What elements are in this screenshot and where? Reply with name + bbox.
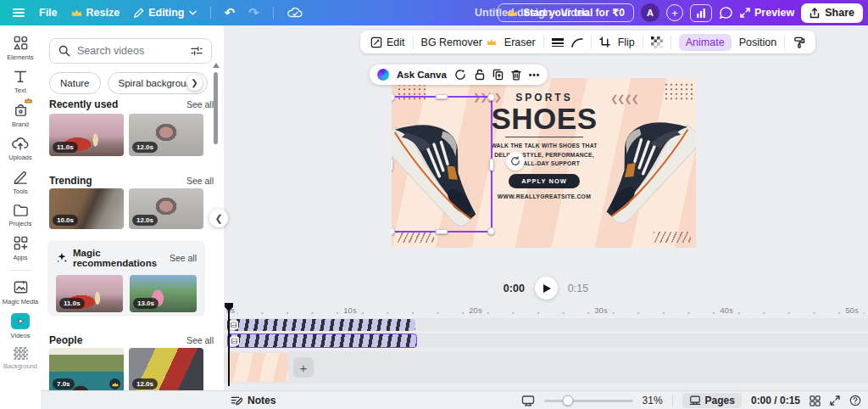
video-thumbnail[interactable]: 7.0s xyxy=(49,348,124,393)
panel-scrollbar[interactable] xyxy=(214,72,218,144)
fit-screen-icon[interactable] xyxy=(521,395,535,406)
timeline-ruler[interactable]: 0s 10s 20s 30s 40s 50s xyxy=(224,305,868,317)
sidebar-item-apps[interactable]: Apps xyxy=(0,235,41,261)
divider xyxy=(784,36,785,49)
timeline-clip-1[interactable] xyxy=(227,319,415,331)
resize-handle-w[interactable] xyxy=(392,158,393,171)
avatar[interactable]: A xyxy=(641,3,659,22)
edit-button[interactable]: Edit xyxy=(370,36,405,48)
zoom-slider[interactable] xyxy=(544,400,633,402)
resize-handle-se[interactable] xyxy=(487,227,495,235)
see-all-link[interactable]: See all xyxy=(186,335,214,345)
share-button[interactable]: Share xyxy=(801,3,863,23)
notes-button[interactable]: Notes xyxy=(231,391,275,409)
shoe-image-right[interactable] xyxy=(593,97,691,226)
sidebar-item-videos[interactable]: Videos xyxy=(0,313,41,339)
menu-icon[interactable] xyxy=(12,6,25,20)
resize-handle-s[interactable] xyxy=(435,229,448,234)
divider xyxy=(643,36,643,49)
chips-scroll-right-button[interactable]: ❯ xyxy=(186,75,203,91)
see-all-link[interactable]: See all xyxy=(186,99,214,109)
sidebar-item-background[interactable]: Background xyxy=(0,347,41,370)
trial-button[interactable]: Start your trial for ₹0 xyxy=(498,3,634,22)
transparency-button[interactable] xyxy=(651,36,663,48)
crop-icon xyxy=(599,36,610,48)
search-input[interactable] xyxy=(77,45,184,57)
page-thumbnail[interactable] xyxy=(227,353,288,382)
resize-button[interactable]: Resize xyxy=(71,7,120,19)
sidebar-item-projects[interactable]: Projects xyxy=(0,203,41,227)
play-button[interactable] xyxy=(535,277,558,300)
sidebar-item-brand[interactable]: Brand xyxy=(0,102,41,128)
video-thumbnail[interactable]: 12.0s xyxy=(129,188,203,229)
resize-handle-nw[interactable] xyxy=(392,93,395,101)
regenerate-icon[interactable] xyxy=(454,69,467,81)
add-member-button[interactable]: + xyxy=(666,4,683,21)
file-menu[interactable]: File xyxy=(39,7,58,19)
search-box[interactable] xyxy=(49,38,212,64)
video-thumbnail[interactable]: 12.0s xyxy=(129,114,203,156)
design-page[interactable]: ❯❯❯❯ ❮❮❮❮ xyxy=(392,78,696,248)
sidebar-item-uploads[interactable]: Uploads xyxy=(0,136,41,161)
lock-icon[interactable] xyxy=(475,69,485,81)
chevron-down-icon xyxy=(189,10,197,15)
position-button[interactable]: Position xyxy=(739,36,776,48)
edit-image-icon xyxy=(370,36,382,48)
sidebar-item-text[interactable]: Text xyxy=(0,69,41,94)
sidebar-item-elements[interactable]: Elements xyxy=(0,35,41,61)
ask-canva-button[interactable]: Ask Canva xyxy=(397,70,447,80)
video-thumbnail[interactable]: 11.0s xyxy=(56,275,123,312)
video-thumbnail[interactable]: 10.0s xyxy=(49,188,124,229)
insights-button[interactable] xyxy=(690,4,712,22)
video-thumbnail[interactable]: 12.0s xyxy=(129,348,203,393)
eraser-button[interactable]: Eraser xyxy=(504,36,536,48)
divider xyxy=(210,7,211,19)
panel-collapse-button[interactable]: ❮ xyxy=(209,209,228,227)
filter-icon[interactable] xyxy=(191,46,203,56)
comments-button[interactable] xyxy=(719,6,733,20)
fullscreen-icon[interactable] xyxy=(830,395,840,406)
video-thumbnail[interactable]: 11.0s xyxy=(49,114,124,156)
crop-button[interactable] xyxy=(599,36,610,48)
divider xyxy=(413,36,414,49)
timeline-clip-2-selected[interactable] xyxy=(227,333,417,348)
flip-button[interactable]: Flip xyxy=(618,36,635,48)
hatch-decoration xyxy=(654,232,691,243)
chip-nature[interactable]: Nature xyxy=(49,72,101,94)
corner-rounding-button[interactable] xyxy=(571,37,583,48)
resize-handle-n[interactable] xyxy=(435,94,448,99)
undo-button[interactable]: ↶ xyxy=(225,5,236,20)
more-options-button[interactable]: ••• xyxy=(529,70,541,80)
resize-handle-e[interactable] xyxy=(489,158,494,171)
selection-box[interactable] xyxy=(392,96,492,233)
text-icon xyxy=(13,69,28,84)
video-thumbnail[interactable]: 13.0s xyxy=(130,275,197,312)
search-icon xyxy=(58,45,70,57)
help-icon[interactable] xyxy=(849,395,861,406)
pages-button[interactable]: Pages xyxy=(682,393,742,408)
scroll-up-arrow[interactable] xyxy=(213,63,220,68)
animate-button[interactable]: Animate xyxy=(679,34,732,51)
duplicate-icon[interactable] xyxy=(492,69,504,81)
zoom-slider-thumb[interactable] xyxy=(562,395,573,406)
bg-remover-button[interactable]: BG Remover xyxy=(421,36,497,48)
see-all-link[interactable]: See all xyxy=(186,176,214,186)
add-page-button[interactable]: + xyxy=(293,357,314,378)
trash-icon[interactable] xyxy=(511,69,521,81)
ask-canva-icon xyxy=(377,69,389,81)
copy-style-button[interactable] xyxy=(793,36,805,48)
sidebar-item-tools[interactable]: Tools xyxy=(0,169,41,195)
total-time: 0:15 xyxy=(568,283,588,294)
divider xyxy=(591,36,592,49)
redo-button[interactable]: ↷ xyxy=(248,5,259,20)
grid-view-icon[interactable] xyxy=(810,395,821,406)
editing-mode-dropdown[interactable]: Editing xyxy=(133,7,196,19)
resize-handle-ne[interactable] xyxy=(487,93,495,101)
border-style-button[interactable] xyxy=(552,37,564,48)
preview-button[interactable]: Preview xyxy=(740,7,794,19)
see-all-link[interactable]: See all xyxy=(170,253,197,263)
sidebar-item-magic-media[interactable]: Magic Media xyxy=(0,279,41,305)
divider xyxy=(505,137,583,137)
resize-handle-sw[interactable] xyxy=(392,227,395,235)
zoom-percentage[interactable]: 31% xyxy=(643,395,663,406)
